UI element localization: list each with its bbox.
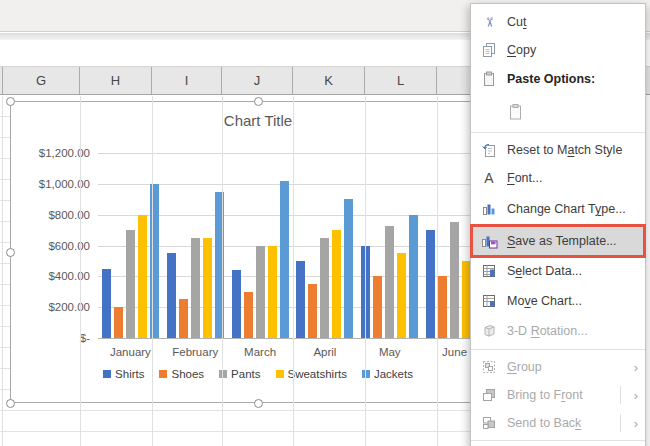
x-axis-label: May xyxy=(357,346,422,358)
menu-item-label: Send to Back xyxy=(507,416,581,430)
menu-item-label: Bring to Front xyxy=(507,388,583,402)
column-header-J[interactable]: J xyxy=(222,67,293,94)
menu-item-bring-to-front: Bring to Front› xyxy=(471,381,645,409)
menu-item-label: Select Data... xyxy=(507,264,582,278)
column-header-G[interactable]: G xyxy=(2,67,80,94)
move-chart-icon xyxy=(479,293,499,309)
menu-item-font[interactable]: AFont... xyxy=(471,164,645,192)
bar-pants-april xyxy=(320,238,329,338)
menu-item-move-chart[interactable]: Move Chart... xyxy=(471,286,645,316)
cut-icon: ✂ xyxy=(479,15,499,30)
bar-shirts-april xyxy=(296,261,305,338)
legend-swatch xyxy=(276,370,284,378)
legend-item-shirts: Shirts xyxy=(103,368,144,380)
bar-jackets-may xyxy=(409,215,418,338)
selection-handle[interactable] xyxy=(254,399,263,408)
legend-swatch xyxy=(103,370,111,378)
copy-icon xyxy=(479,42,499,58)
legend-label: Sweatshirts xyxy=(288,368,347,380)
paste-icon xyxy=(479,71,499,87)
grid-column-line xyxy=(437,96,438,446)
chart-legend[interactable]: ShirtsShoesPantsSweatshirtsJackets xyxy=(11,368,505,380)
bar-jackets-april xyxy=(344,199,353,338)
save-as-template-icon xyxy=(479,233,499,249)
grid-column-line xyxy=(222,96,223,446)
column-header-L[interactable]: L xyxy=(365,67,437,94)
send-to-back-icon xyxy=(479,415,499,431)
bar-shoes-march xyxy=(244,292,253,338)
menu-item-reset-to-match-style[interactable]: Reset to Match Style xyxy=(471,136,645,164)
bar-pants-june xyxy=(450,222,459,338)
menu-item-send-to-back: Send to Back› xyxy=(471,409,645,437)
menu-item-label: Group xyxy=(507,360,542,374)
menu-item-label: Save as Template... xyxy=(507,234,617,248)
bring-to-front-icon xyxy=(479,387,499,403)
menu-item-3d-rotation: 3-D Rotation... xyxy=(471,316,645,346)
selection-handle[interactable] xyxy=(6,97,15,106)
font-icon: A xyxy=(479,170,499,186)
x-axis-label: April xyxy=(293,346,358,358)
bar-pants-march xyxy=(256,246,265,339)
context-menu: ✂CutCopyPaste Options:Reset to Match Sty… xyxy=(470,3,646,446)
bar-shoes-january xyxy=(114,307,123,338)
menu-item-select-data[interactable]: Select Data... xyxy=(471,256,645,286)
column-header-H[interactable]: H xyxy=(80,67,152,94)
submenu-arrow-icon: › xyxy=(634,361,638,374)
change-chart-type-icon xyxy=(479,201,499,217)
x-axis-label: January xyxy=(98,346,163,358)
menu-separator xyxy=(471,132,645,133)
bar-sweatshirts-march xyxy=(268,246,277,339)
legend-item-jackets: Jackets xyxy=(362,368,413,380)
submenu-divider xyxy=(620,386,621,404)
menu-item-group: Group› xyxy=(471,353,645,381)
bar-pants-may xyxy=(385,226,394,338)
grid-column-line xyxy=(2,96,3,446)
menu-item-label: Reset to Match Style xyxy=(507,143,622,157)
selection-handle[interactable] xyxy=(6,399,15,408)
bar-sweatshirts-may xyxy=(397,253,406,338)
menu-item-copy[interactable]: Copy xyxy=(471,36,645,64)
legend-label: Jackets xyxy=(374,368,413,380)
menu-item-label: 3-D Rotation... xyxy=(507,324,588,338)
legend-item-shoes: Shoes xyxy=(159,368,204,380)
bar-shirts-march xyxy=(232,270,241,338)
submenu-divider xyxy=(620,414,621,432)
column-header-K[interactable]: K xyxy=(293,67,365,94)
bar-pants-february xyxy=(191,238,200,338)
excel-window: GHIJKL Chart Title $1,200.00$1,000.00$80… xyxy=(0,0,650,446)
menu-separator xyxy=(471,349,645,350)
selection-handle[interactable] xyxy=(254,97,263,106)
menu-separator xyxy=(471,440,645,441)
chart-object[interactable]: Chart Title $1,200.00$1,000.00$800.00$60… xyxy=(10,101,506,403)
legend-item-pants: Pants xyxy=(219,368,260,380)
legend-label: Shirts xyxy=(115,368,144,380)
bar-shirts-february xyxy=(167,253,176,338)
legend-swatch xyxy=(219,370,227,378)
menu-item-paste-options[interactable]: Paste Options: xyxy=(471,64,645,93)
menu-item-label: Font... xyxy=(507,171,542,185)
bar-shoes-may xyxy=(373,276,382,338)
menu-item-label: Change Chart Type... xyxy=(507,202,626,216)
grid-column-line xyxy=(80,96,81,446)
menu-item-save-as-template[interactable]: Save as Template... xyxy=(471,226,645,256)
legend-swatch xyxy=(159,370,167,378)
menu-item-label: Move Chart... xyxy=(507,294,582,308)
menu-item-label: Cut xyxy=(507,15,526,29)
group-icon xyxy=(479,359,499,375)
bar-jackets-march xyxy=(280,181,289,338)
menu-item-paste-button[interactable] xyxy=(471,93,645,129)
chart-title[interactable]: Chart Title xyxy=(11,112,505,129)
legend-label: Shoes xyxy=(171,368,204,380)
selection-handle[interactable] xyxy=(6,248,15,257)
bar-sweatshirts-february xyxy=(203,238,212,338)
paste-thumb-icon xyxy=(505,103,525,120)
reset-style-icon xyxy=(479,142,499,158)
bar-shirts-january xyxy=(102,269,111,338)
bar-shirts-june xyxy=(426,230,435,338)
submenu-arrow-icon: › xyxy=(634,389,638,402)
menu-item-cut[interactable]: ✂Cut xyxy=(471,8,645,36)
bar-shoes-april xyxy=(308,284,317,338)
menu-item-label: Paste Options: xyxy=(507,72,595,86)
column-header-I[interactable]: I xyxy=(152,67,222,94)
menu-item-change-chart-type[interactable]: Change Chart Type... xyxy=(471,192,645,226)
